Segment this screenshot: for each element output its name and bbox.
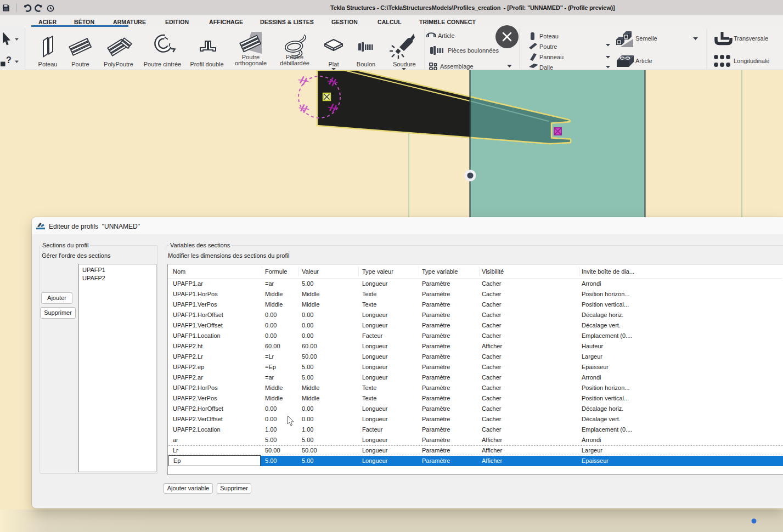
svg-text:?: ? bbox=[6, 55, 12, 65]
